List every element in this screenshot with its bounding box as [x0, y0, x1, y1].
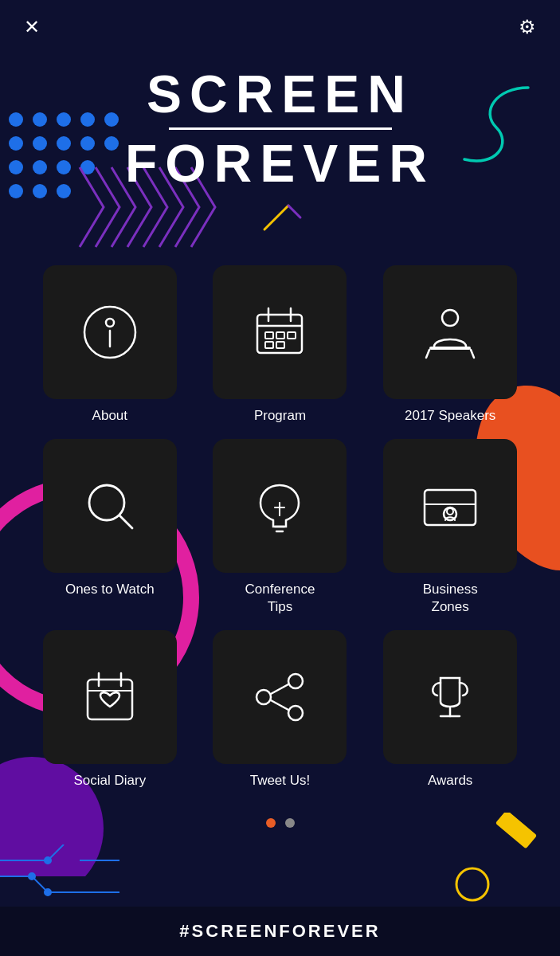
- menu-item-awards[interactable]: Awards: [372, 630, 528, 789]
- menu-item-tips[interactable]: Conference Tips: [202, 439, 358, 616]
- svg-point-30: [456, 868, 488, 900]
- diary-icon-box: [43, 630, 177, 764]
- app-title-line2: FOREVER: [125, 133, 435, 194]
- svg-line-32: [288, 206, 300, 217]
- menu-item-diary[interactable]: Social Diary: [32, 630, 188, 789]
- svg-rect-42: [288, 332, 296, 339]
- menu-item-program[interactable]: Program: [202, 265, 358, 425]
- svg-rect-46: [429, 347, 471, 350]
- svg-line-48: [471, 350, 474, 358]
- menu-item-speakers[interactable]: 2017 Speakers: [372, 265, 528, 425]
- svg-rect-40: [265, 332, 273, 339]
- menu-item-about[interactable]: About: [32, 265, 188, 425]
- app-header: ✕ ⚙ SCREEN FOREVER: [0, 0, 560, 241]
- menu-grid: About Program: [0, 249, 560, 805]
- tips-icon-box: [213, 439, 347, 573]
- tweet-label: Tweet Us!: [250, 772, 311, 789]
- program-icon-box: [213, 265, 347, 399]
- pagination-dot-2[interactable]: [285, 818, 295, 828]
- awards-label: Awards: [428, 772, 472, 789]
- menu-item-tweet[interactable]: Tweet Us!: [202, 630, 358, 789]
- speakers-icon-box: [383, 265, 517, 399]
- svg-rect-60: [88, 680, 132, 719]
- zones-icon-box: [383, 439, 517, 573]
- hashtag-text: #SCREENFOREVER: [179, 921, 380, 941]
- menu-item-zones[interactable]: Business Zones: [372, 439, 528, 616]
- footer: #SCREENFOREVER: [0, 907, 560, 956]
- close-button[interactable]: ✕: [24, 16, 40, 38]
- svg-point-65: [288, 706, 303, 720]
- svg-point-45: [442, 310, 458, 326]
- program-label: Program: [254, 407, 306, 425]
- svg-line-31: [264, 206, 288, 229]
- svg-point-66: [257, 690, 271, 704]
- pagination-dot-1[interactable]: [266, 818, 276, 828]
- pagination: [0, 818, 560, 828]
- app-title-line1: SCREEN: [147, 64, 413, 124]
- speakers-label: 2017 Speakers: [405, 407, 495, 425]
- svg-line-67: [271, 700, 288, 710]
- menu-item-watch[interactable]: Ones to Watch: [32, 439, 188, 616]
- about-label: About: [92, 407, 127, 425]
- svg-line-68: [271, 684, 288, 694]
- about-icon-box: [43, 265, 177, 399]
- watch-label: Ones to Watch: [65, 581, 155, 598]
- svg-line-23: [32, 876, 48, 892]
- title-divider: [169, 127, 392, 130]
- svg-point-33: [106, 319, 114, 327]
- svg-point-28: [45, 889, 51, 895]
- svg-line-50: [119, 515, 132, 528]
- arrow-decoration: [257, 202, 304, 233]
- svg-point-59: [447, 508, 453, 515]
- svg-point-64: [288, 674, 303, 688]
- svg-line-21: [48, 844, 64, 860]
- tips-label: Conference Tips: [245, 581, 315, 616]
- tweet-icon-box: [213, 630, 347, 764]
- svg-rect-44: [276, 342, 284, 348]
- watch-icon-box: [43, 439, 177, 573]
- diary-label: Social Diary: [73, 772, 146, 789]
- svg-point-26: [45, 857, 51, 864]
- svg-rect-41: [276, 332, 284, 339]
- settings-button[interactable]: ⚙: [519, 16, 536, 38]
- svg-rect-43: [265, 342, 273, 348]
- svg-point-27: [29, 873, 35, 880]
- svg-line-47: [426, 350, 429, 358]
- awards-icon-box: [383, 630, 517, 764]
- zones-label: Business Zones: [423, 581, 478, 616]
